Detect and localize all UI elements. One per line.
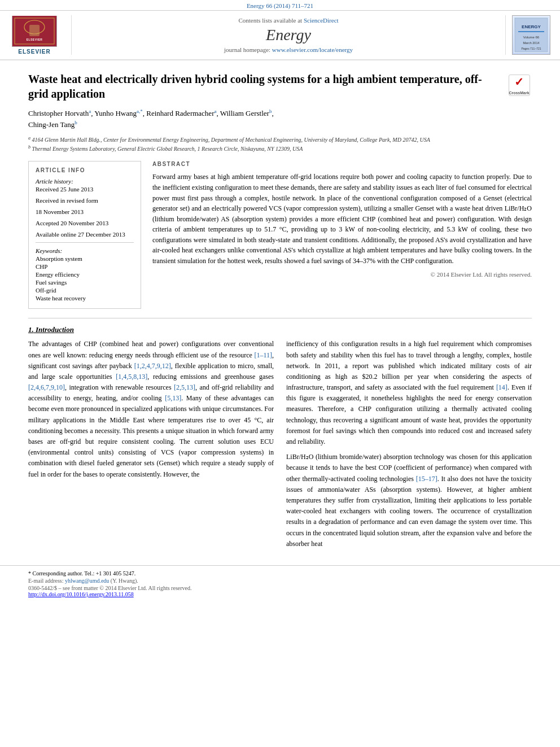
issn-line: 0360-5442/$ – see front matter © 2014 El…: [28, 585, 532, 591]
homepage-line: journal homepage: www.elsevier.com/locat…: [224, 46, 353, 53]
crossmark-icon: ✓: [509, 75, 529, 89]
doi-link[interactable]: http://dx.doi.org/10.1016/j.energy.2013.…: [28, 591, 134, 597]
ref-1-2-4[interactable]: [1,2,4,7,9,12]: [134, 362, 171, 370]
author-email-link[interactable]: yhlwang@umd.edu: [65, 578, 109, 584]
journal-center: Contents lists available at ScienceDirec…: [71, 15, 506, 55]
energy-logo-box: ENERGY Volume 66 March 2014 Pages 711–72…: [512, 15, 550, 55]
main-content: Waste heat and electrically driven hybri…: [0, 60, 560, 560]
body-left-column: The advantages of CHP (combined heat and…: [28, 339, 274, 554]
author-reinhard: Reinhard Radermacher: [146, 109, 214, 117]
ref-14[interactable]: [14]: [496, 383, 508, 391]
available-date: Available online 27 December 2013: [36, 231, 134, 238]
journal-right: ENERGY Volume 66 March 2014 Pages 711–72…: [506, 15, 551, 55]
ref-1-4-5[interactable]: [1,4,5,8,13]: [116, 373, 147, 381]
journal-bar: Energy 66 (2014) 711–721: [0, 0, 560, 11]
body-para-right-1: inefficiency of this configuration resul…: [286, 339, 532, 447]
elsevier-text: ELSEVIER: [18, 49, 50, 55]
keywords-label: Keywords:: [36, 247, 134, 254]
article-info-panel: ARTICLE INFO Article history: Received 2…: [28, 161, 141, 309]
section-1-heading: 1. Introduction: [28, 325, 532, 334]
svg-text:ELSEVIER: ELSEVIER: [27, 38, 43, 41]
body-para-right-2: LiBr/H₂O (lithium bromide/water) absorpt…: [286, 452, 532, 549]
ref-5-13[interactable]: [5,13]: [165, 394, 181, 402]
ref-2-4-6[interactable]: [2,4,6,7,9,10]: [28, 383, 65, 391]
article-title-text: Waste heat and electrically driven hybri…: [28, 72, 506, 101]
keywords-list: Absorption system CHP Energy efficiency …: [36, 255, 134, 302]
svg-text:Volume 66: Volume 66: [523, 36, 540, 39]
elsevier-logo-image: ELSEVIER: [12, 16, 57, 47]
copyright-notice: © 2014 Elsevier Ltd. All rights reserved…: [152, 270, 532, 279]
ref-1-11[interactable]: [1–11]: [254, 351, 272, 359]
page-footer: * Corresponding author. Tel.: +1 301 405…: [0, 565, 560, 600]
abstract-text: Forward army bases at high ambient tempe…: [152, 172, 532, 279]
main-divider: [28, 318, 532, 318]
affiliations: a 4164 Glenn Martin Hall Bldg., Center f…: [28, 135, 532, 154]
received-date: Received 25 June 2013: [36, 186, 134, 193]
author-william: William Gerstler: [220, 109, 269, 117]
crossmark-label: CrossMark: [509, 90, 529, 95]
author-yunho: Yunho Hwang: [94, 109, 137, 117]
crossmark-badge[interactable]: ✓ CrossMark: [509, 75, 530, 96]
keyword-2: CHP: [36, 263, 134, 270]
homepage-link[interactable]: www.elsevier.com/locate/energy: [272, 46, 353, 53]
affiliation-b: Thermal Energy Systems Laboratory, Gener…: [32, 146, 303, 152]
elsevier-logo: ELSEVIER ELSEVIER: [9, 15, 60, 55]
corresponding-author: * Corresponding author. Tel.: +1 301 405…: [28, 570, 532, 576]
doi-line: http://dx.doi.org/10.1016/j.energy.2013.…: [28, 591, 532, 597]
keyword-4: Fuel savings: [36, 279, 134, 286]
svg-text:Pages 711–721: Pages 711–721: [521, 47, 541, 50]
accepted-date: Accepted 20 November 2013: [36, 220, 134, 226]
affiliation-a: 4164 Glenn Martin Hall Bldg., Center for…: [32, 137, 430, 143]
history-label: Article history:: [36, 178, 134, 185]
revised-date: 18 November 2013: [36, 208, 134, 215]
keyword-1: Absorption system: [36, 255, 134, 262]
author-ching: Ching-Jen Tang: [28, 120, 75, 129]
info-abstract-section: ARTICLE INFO Article history: Received 2…: [28, 161, 532, 309]
revised-label: Received in revised form: [36, 197, 134, 204]
journal-name: Energy: [266, 26, 311, 44]
keyword-3: Energy efficiency: [36, 271, 134, 278]
abstract-title: ABSTRACT: [152, 161, 532, 167]
article-info-title: ARTICLE INFO: [36, 167, 134, 173]
keyword-5: Off-grid: [36, 287, 134, 294]
email-line: E-mail address: yhlwang@umd.edu (Y. Hwan…: [28, 578, 532, 584]
body-para-1: The advantages of CHP (combined heat and…: [28, 339, 274, 479]
contents-line: Contents lists available at ScienceDirec…: [238, 17, 338, 24]
ref-2-5-13[interactable]: [2,5,13]: [174, 383, 195, 391]
authors: Christopher Horvatha, Yunho Hwanga,*, Re…: [28, 108, 532, 130]
svg-rect-8: [518, 31, 544, 32]
svg-text:ENERGY: ENERGY: [522, 24, 541, 29]
author-christopher: Christopher Horvath: [28, 109, 89, 117]
body-columns: The advantages of CHP (combined heat and…: [28, 339, 532, 554]
journal-header: ELSEVIER ELSEVIER Contents lists availab…: [0, 11, 560, 60]
divider-line: [36, 242, 134, 243]
ref-15-17[interactable]: [15–17]: [416, 475, 438, 483]
keyword-6: Waste heat recovery: [36, 295, 134, 302]
svg-text:March 2014: March 2014: [523, 41, 539, 45]
article-title-row: Waste heat and electrically driven hybri…: [28, 72, 532, 101]
svg-rect-3: [29, 25, 40, 36]
crossmark-container: ✓ CrossMark: [506, 72, 532, 96]
abstract-body: Forward army bases at high ambient tempe…: [152, 173, 532, 265]
body-right-column: inefficiency of this configuration resul…: [286, 339, 532, 554]
journal-citation: Energy 66 (2014) 711–721: [247, 2, 313, 9]
abstract-panel: ABSTRACT Forward army bases at high ambi…: [152, 161, 532, 309]
sciencedirect-link[interactable]: ScienceDirect: [304, 17, 339, 24]
